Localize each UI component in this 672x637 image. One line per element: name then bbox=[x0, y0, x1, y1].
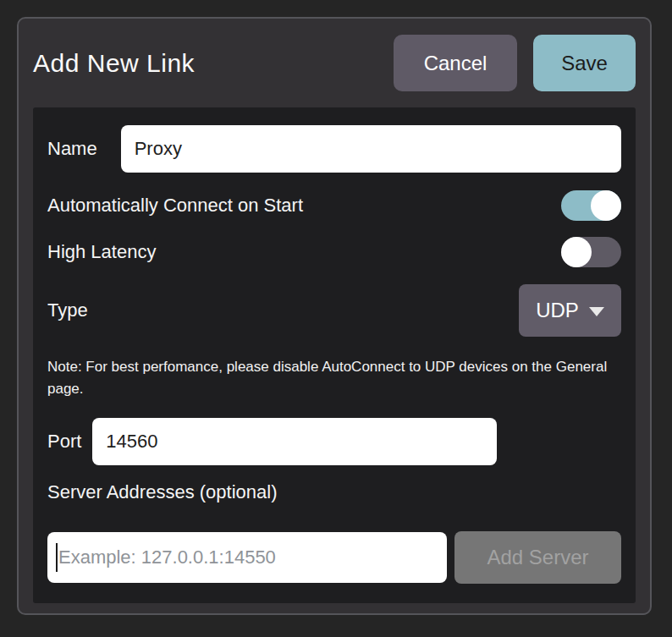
page-background: Add New Link Cancel Save Name Automatica… bbox=[0, 0, 672, 637]
auto-connect-row: Automatically Connect on Start bbox=[47, 190, 621, 221]
cancel-button[interactable]: Cancel bbox=[394, 35, 517, 91]
toggle-knob bbox=[591, 190, 621, 221]
page-title: Add New Link bbox=[33, 49, 394, 78]
save-button[interactable]: Save bbox=[533, 35, 636, 91]
type-row: Type UDP bbox=[47, 284, 621, 337]
server-address-row: Add Server bbox=[47, 531, 621, 584]
toggle-knob bbox=[561, 237, 592, 267]
auto-connect-toggle[interactable] bbox=[561, 190, 621, 221]
add-server-button[interactable]: Add Server bbox=[454, 531, 621, 584]
type-dropdown[interactable]: UDP bbox=[519, 284, 621, 337]
high-latency-toggle[interactable] bbox=[561, 237, 621, 267]
name-row: Name bbox=[47, 125, 621, 173]
server-addresses-label: Server Addresses (optional) bbox=[47, 480, 621, 504]
server-address-input[interactable] bbox=[47, 532, 447, 583]
name-input[interactable] bbox=[121, 125, 621, 173]
udp-performance-note: Note: For best perfomance, please disabl… bbox=[47, 356, 621, 400]
add-link-dialog: Add New Link Cancel Save Name Automatica… bbox=[17, 17, 652, 615]
port-input[interactable] bbox=[92, 418, 497, 465]
dialog-header: Add New Link Cancel Save bbox=[33, 19, 636, 107]
text-cursor bbox=[56, 543, 58, 572]
server-address-input-wrap bbox=[47, 532, 447, 583]
high-latency-label: High Latency bbox=[47, 241, 561, 263]
link-settings-panel: Name Automatically Connect on Start High… bbox=[33, 107, 636, 603]
name-label: Name bbox=[47, 138, 97, 160]
auto-connect-label: Automatically Connect on Start bbox=[47, 195, 561, 217]
high-latency-row: High Latency bbox=[47, 237, 621, 267]
port-label: Port bbox=[47, 431, 81, 453]
port-row: Port bbox=[47, 418, 621, 465]
type-dropdown-value: UDP bbox=[536, 299, 579, 322]
chevron-down-icon bbox=[589, 307, 604, 316]
type-label: Type bbox=[47, 299, 519, 321]
